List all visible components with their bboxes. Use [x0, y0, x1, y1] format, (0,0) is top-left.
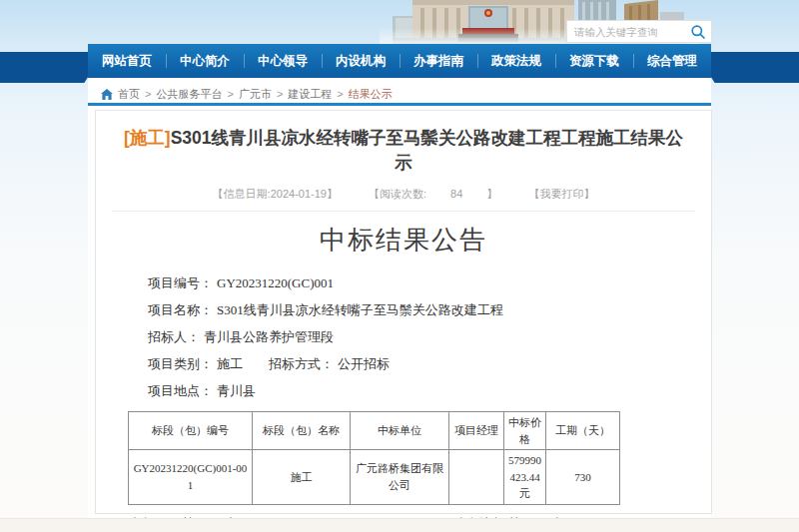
field-label: 项目类别：: [148, 356, 213, 371]
field-label: 项目编号：: [148, 275, 213, 290]
article-box: [施工]S301线青川县凉水经转嘴子至马鬃关公路改建工程工程施工结果公示 【信息…: [95, 110, 712, 514]
col-section-name: 标段（包）名称: [253, 412, 351, 450]
field-label: 项目名称：: [148, 302, 213, 317]
field-location: 项目地点：青川县: [148, 384, 681, 398]
breadcrumb-city[interactable]: 广元市: [239, 87, 272, 102]
cell-price: 579990423.44元: [504, 450, 546, 505]
notice-title: 中标结果公告: [96, 223, 711, 258]
print-button[interactable]: 【我要打印】: [528, 188, 594, 200]
nav-item-admin[interactable]: 综合管理: [633, 44, 711, 78]
col-duration: 工期（天）: [546, 412, 620, 450]
field-project-name: 项目名称：S301线青川县凉水经转嘴子至马鬃关公路改建工程: [148, 303, 681, 317]
table-header-row: 标段（包）编号 标段（包）名称 中标单位 项目经理 中标价格 工期（天）: [129, 412, 620, 450]
breadcrumb: 首页 > 公共服务平台 > 广元市 > 建设工程 > 结果公示: [101, 86, 393, 102]
field-value: 施工: [217, 356, 243, 371]
field-label: 招标方式：: [269, 356, 334, 371]
field-project-number: 项目编号：GY20231220(GC)001: [148, 276, 681, 290]
divider-blue-rule: [88, 103, 711, 106]
meta-date: 【信息日期:2024-01-19】: [213, 188, 338, 200]
cell-winner: 广元路桥集团有限公司: [351, 450, 449, 505]
breadcrumb-service-platform[interactable]: 公共服务平台: [156, 87, 222, 102]
col-winner: 中标单位: [351, 412, 449, 450]
bid-result-table: 标段（包）编号 标段（包）名称 中标单位 项目经理 中标价格 工期（天） GY2…: [128, 411, 620, 505]
field-value: 青川县公路养护管理段: [204, 329, 334, 344]
table-row: GY20231220(GC)001-001 施工 广元路桥集团有限公司 5799…: [129, 450, 620, 505]
nav-ribbon-right: [702, 52, 799, 83]
nav-item-intro[interactable]: 中心简介: [166, 44, 244, 78]
nav-item-leaders[interactable]: 中心领导: [244, 44, 322, 78]
nav-ribbon-left: [0, 52, 97, 83]
field-value: 公开招标: [338, 356, 390, 371]
field-label: 招标人：: [148, 329, 200, 344]
breadcrumb-separator: >: [337, 88, 343, 100]
nav-item-home[interactable]: 网站首页: [88, 44, 166, 78]
article-tag: [施工]: [124, 128, 171, 148]
meta-views-close: 】: [486, 188, 497, 200]
col-price: 中标价格: [504, 412, 546, 450]
nav-item-policies[interactable]: 政策法规: [477, 44, 555, 78]
breadcrumb-current: 结果公示: [349, 87, 393, 102]
breadcrumb-home[interactable]: 首页: [118, 87, 140, 102]
breadcrumb-separator: >: [277, 88, 283, 100]
col-section-number: 标段（包）编号: [129, 412, 253, 450]
site-search: [566, 20, 712, 43]
nav-item-downloads[interactable]: 资源下载: [555, 44, 633, 78]
cell-duration: 730: [546, 450, 620, 505]
breadcrumb-construction[interactable]: 建设工程: [288, 87, 332, 102]
field-value: S301线青川县凉水经转嘴子至马鬃关公路改建工程: [217, 302, 503, 317]
article-title-text: S301线青川县凉水经转嘴子至马鬃关公路改建工程工程施工结果公示: [171, 128, 683, 173]
breadcrumb-separator: >: [145, 88, 151, 100]
article-title: [施工]S301线青川县凉水经转嘴子至马鬃关公路改建工程工程施工结果公示: [122, 126, 685, 176]
cell-manager: [449, 450, 504, 505]
breadcrumb-separator: >: [227, 88, 233, 100]
field-value: GY20231220(GC)001: [217, 275, 334, 290]
col-manager: 项目经理: [449, 412, 504, 450]
field-label: 项目地点：: [148, 383, 213, 398]
cell-section-name: 施工: [253, 450, 351, 505]
search-icon[interactable]: [690, 24, 706, 40]
meta-views-count: 84: [450, 188, 462, 200]
search-input[interactable]: [574, 26, 690, 38]
field-value: 青川县: [217, 383, 256, 398]
meta-views-label: 【阅读次数:: [369, 188, 426, 200]
home-icon[interactable]: [101, 89, 113, 100]
cell-section-number: GY20231220(GC)001-001: [129, 450, 253, 505]
project-fields: 项目编号：GY20231220(GC)001 项目名称：S301线青川县凉水经转…: [148, 276, 681, 398]
field-tenderer: 招标人：青川县公路养护管理段: [148, 330, 681, 344]
page: 网站首页 中心简介 中心领导 内设机构 办事指南 政策法规 资源下载 综合管理 …: [0, 0, 799, 532]
main-nav: 网站首页 中心简介 中心领导 内设机构 办事指南 政策法规 资源下载 综合管理: [88, 44, 711, 78]
field-category-and-method: 项目类别：施工招标方式：公开招标: [148, 357, 681, 371]
nav-item-orgs[interactable]: 内设机构: [322, 44, 400, 78]
footer-strip: [0, 518, 799, 532]
nav-item-guide[interactable]: 办事指南: [400, 44, 477, 78]
article-meta: 【信息日期:2024-01-19】 【阅读次数:84】 【我要打印】: [112, 187, 695, 212]
